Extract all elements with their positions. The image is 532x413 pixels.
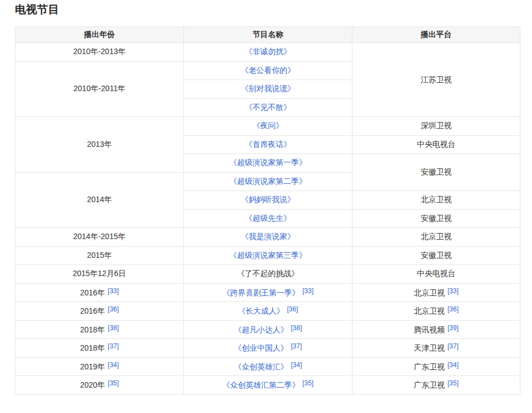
table-row: 2019年[34]《众创英雄汇》[34]广东卫视[34] <box>15 357 520 376</box>
reference-link[interactable]: [36] <box>108 305 119 313</box>
table-row: 2018年[38]《超凡小达人》[38]腾讯视频[39] <box>15 320 520 339</box>
cell-name: 《老公看你的》 <box>184 61 352 80</box>
cell-platform: 北京卫视[36] <box>352 302 520 321</box>
year-text: 2018年 <box>80 325 105 334</box>
cell-platform: 中央电视台 <box>352 135 520 154</box>
reference-link[interactable]: [33] <box>447 287 459 295</box>
program-link[interactable]: 《超级演说家第三季》 <box>229 251 307 260</box>
program-link[interactable]: 《我是演说家》 <box>241 232 295 241</box>
program-link[interactable]: 《夜问》 <box>252 121 283 130</box>
platform-text: 中央电视台 <box>417 140 456 149</box>
platform-text: 江苏卫视 <box>421 75 452 84</box>
year-text: 2016年 <box>80 288 105 297</box>
cell-name: 《创业中国人》[37] <box>184 339 352 358</box>
program-link[interactable]: 《跨界喜剧王第一季》 <box>222 288 299 297</box>
table-row: 2020年[35]《众创英雄汇第二季》[35]广东卫视[35] <box>15 376 520 395</box>
reference-link[interactable]: [39] <box>447 324 459 332</box>
table-row: 2016年[36]《长大成人》[36]北京卫视[36] <box>15 302 520 321</box>
cell-name: 《众创英雄汇》[34] <box>184 357 352 376</box>
year-text: 2010年-2011年 <box>73 84 125 93</box>
page: 电视节目 播出年份 节目名称 播出平台 2010年-2013年《非诚勿扰》江苏卫… <box>0 0 532 395</box>
program-link[interactable]: 《老公看你的》 <box>241 66 295 75</box>
cell-year: 2019年[34] <box>15 357 184 376</box>
reference-link[interactable]: [36] <box>447 305 459 313</box>
platform-text: 安徽卫视 <box>421 251 452 260</box>
reference-link[interactable]: [34] <box>108 361 119 369</box>
reference-link[interactable]: [34] <box>291 361 302 369</box>
cell-year: 2016年[36] <box>15 302 184 321</box>
reference-link[interactable]: [35] <box>447 379 459 387</box>
cell-name: 《别对我说谎》 <box>184 80 352 99</box>
year-text: 2015年 <box>87 251 112 260</box>
tv-programs-table: 播出年份 节目名称 播出平台 2010年-2013年《非诚勿扰》江苏卫视2010… <box>15 27 520 395</box>
cell-year: 2020年[35] <box>15 376 184 395</box>
table-row: 2015年12月6日《了不起的挑战》中央电视台 <box>15 265 520 284</box>
cell-year: 2013年 <box>15 117 184 173</box>
table-row: 2018年[37]《创业中国人》[37]天津卫视[37] <box>15 339 520 358</box>
platform-text: 广东卫视 <box>414 380 445 389</box>
program-link[interactable]: 《非诚勿扰》 <box>245 47 291 56</box>
program-link[interactable]: 《超级先生》 <box>245 214 291 223</box>
reference-link[interactable]: [35] <box>302 379 313 387</box>
cell-platform: 腾讯视频[39] <box>352 320 520 339</box>
cell-name: 《超级演说家第三季》 <box>184 246 352 265</box>
platform-text: 北京卫视 <box>414 306 445 315</box>
cell-name: 《超级演说家第一季》 <box>184 154 352 173</box>
platform-text: 天津卫视 <box>414 343 445 352</box>
year-text: 2013年 <box>87 140 112 149</box>
cell-platform: 安徽卫视 <box>352 154 520 191</box>
cell-name: 《不见不散》 <box>184 98 352 117</box>
reference-link[interactable]: [33] <box>302 287 313 295</box>
cell-name: 《非诚勿扰》 <box>184 43 352 62</box>
program-link[interactable]: 《不见不散》 <box>245 103 291 112</box>
reference-link[interactable]: [34] <box>447 361 459 369</box>
program-link[interactable]: 《首席夜话》 <box>245 140 291 149</box>
program-link[interactable]: 《众创英雄汇第二季》 <box>222 380 299 389</box>
reference-link[interactable]: [37] <box>447 342 459 350</box>
reference-link[interactable]: [35] <box>108 379 119 387</box>
year-text: 2016年 <box>80 306 105 315</box>
platform-text: 中央电视台 <box>417 269 456 278</box>
program-link[interactable]: 《超级演说家第二季》 <box>229 177 307 186</box>
cell-year: 2015年 <box>15 246 184 265</box>
cell-platform: 中央电视台 <box>352 265 520 284</box>
cell-name: 《首席夜话》 <box>184 135 352 154</box>
cell-platform: 北京卫视 <box>352 191 520 210</box>
cell-name: 《长大成人》[36] <box>184 302 352 321</box>
platform-text: 北京卫视 <box>421 195 452 204</box>
program-link[interactable]: 《别对我说谎》 <box>241 84 295 93</box>
reference-link[interactable]: [33] <box>108 287 119 295</box>
cell-platform: 天津卫视[37] <box>352 339 520 358</box>
cell-year: 2010年-2011年 <box>15 61 184 117</box>
reference-link[interactable]: [38] <box>291 324 302 332</box>
cell-platform: 广东卫视[34] <box>352 357 520 376</box>
program-link[interactable]: 《长大成人》 <box>238 306 284 315</box>
platform-text: 北京卫视 <box>414 288 445 297</box>
program-link[interactable]: 《超凡小达人》 <box>234 325 288 334</box>
cell-year: 2016年[33] <box>15 283 184 302</box>
platform-text: 安徽卫视 <box>421 214 452 223</box>
program-link[interactable]: 《众创英雄汇》 <box>234 362 288 371</box>
reference-link[interactable]: [36] <box>287 305 298 313</box>
table-row: 2013年《夜问》深圳卫视 <box>15 117 520 136</box>
program-link[interactable]: 《妈妈听我说》 <box>241 195 295 204</box>
col-header-name: 节目名称 <box>184 27 352 43</box>
year-text: 2015年12月6日 <box>73 269 127 278</box>
program-link[interactable]: 《创业中国人》 <box>234 343 288 352</box>
reference-link[interactable]: [38] <box>108 324 119 332</box>
cell-name: 《超凡小达人》[38] <box>184 320 352 339</box>
table-row: 2010年-2013年《非诚勿扰》江苏卫视 <box>15 43 520 62</box>
table-row: 2016年[33]《跨界喜剧王第一季》[33]北京卫视[33] <box>15 283 520 302</box>
cell-year: 2010年-2013年 <box>15 43 184 62</box>
col-header-platform: 播出平台 <box>352 27 520 43</box>
year-text: 2019年 <box>80 362 105 371</box>
cell-platform: 北京卫视 <box>352 228 520 247</box>
program-link[interactable]: 《超级演说家第一季》 <box>229 158 307 167</box>
table-header-row: 播出年份 节目名称 播出平台 <box>15 27 520 43</box>
cell-platform: 安徽卫视 <box>352 209 520 228</box>
reference-link[interactable]: [37] <box>108 342 119 350</box>
cell-name: 《了不起的挑战》 <box>184 265 352 284</box>
reference-link[interactable]: [37] <box>291 342 302 350</box>
cell-platform: 江苏卫视 <box>352 43 520 117</box>
year-text: 2014年 <box>87 195 112 204</box>
